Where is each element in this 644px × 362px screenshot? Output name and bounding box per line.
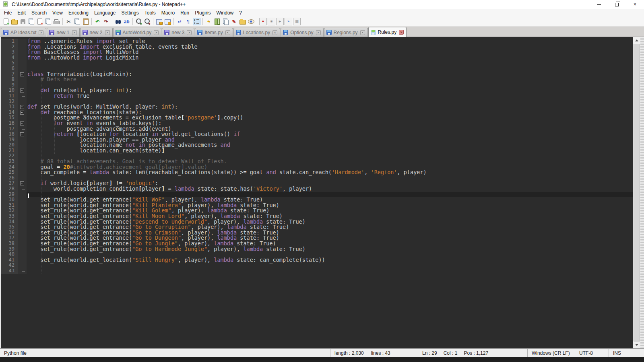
macro-run-multiple-icon[interactable]: » [285, 18, 292, 25]
find-icon[interactable] [114, 18, 122, 25]
menu-search[interactable]: Search [29, 9, 50, 17]
tab-close-icon[interactable]: × [39, 30, 43, 35]
fold-margin [18, 55, 27, 61]
show-indent-guide-icon[interactable] [193, 18, 200, 25]
word-wrap-icon[interactable]: ↵ [176, 18, 184, 25]
tab-new-3[interactable]: new 3× [162, 28, 194, 37]
show-all-characters-icon[interactable]: ¶ [184, 18, 192, 25]
monitoring-icon[interactable] [247, 18, 255, 25]
define-your-language-icon[interactable]: ✎ [230, 18, 238, 25]
tab-close-icon[interactable]: × [399, 30, 404, 35]
macro-save-icon[interactable]: ▦ [293, 18, 301, 25]
line-number: 16 [1, 121, 18, 126]
tab-new-2[interactable]: new 2× [80, 28, 113, 37]
open-file-icon[interactable] [10, 18, 18, 25]
save-icon[interactable] [19, 18, 27, 25]
tab-ap-ideas-txt[interactable]: AP Ideas.txt× [1, 28, 46, 37]
folder-as-workspace-icon[interactable] [239, 18, 246, 25]
sync-horizontal-scrolling-icon[interactable] [164, 18, 171, 25]
new-file-icon[interactable] [2, 18, 10, 25]
function-list-icon[interactable]: ϟ [205, 18, 213, 25]
scroll-down-button[interactable] [633, 341, 640, 348]
tab-close-icon[interactable]: × [187, 30, 192, 35]
code-text: set_rule(world.get_location("Still Hungr… [27, 257, 633, 263]
status-encoding[interactable]: UTF-8 [575, 349, 609, 357]
undo-icon[interactable]: ↶ [94, 18, 101, 25]
zoom-out-icon[interactable] [143, 18, 151, 25]
notepad-plus-plus-window: C:\Users\Dood\Documents\tmp\Archipelago\… [0, 0, 644, 362]
fold-collapse-box[interactable] [18, 181, 27, 186]
toolbar-separator [173, 18, 174, 25]
scroll-up-button[interactable] [633, 37, 640, 44]
tab-close-icon[interactable]: × [154, 30, 159, 35]
menu-settings[interactable]: Settings [118, 9, 141, 17]
zoom-in-icon[interactable] [135, 18, 142, 25]
menu-view[interactable]: View [50, 9, 66, 17]
tab-label: AutoWorld.py [123, 30, 152, 35]
tab-locations-py[interactable]: Locations.py× [233, 28, 280, 37]
file-saved-icon [283, 30, 288, 35]
code-text [27, 263, 633, 268]
fold-collapse-box[interactable] [18, 121, 27, 126]
tab-close-icon[interactable]: × [72, 30, 77, 35]
menu-window[interactable]: Window [214, 9, 237, 17]
fold-collapse-box[interactable] [18, 72, 27, 77]
paste-icon[interactable] [82, 18, 89, 25]
restore-button[interactable] [608, 0, 626, 9]
file-saved-icon [236, 30, 241, 35]
code-line-8: 8 # Defs here [1, 77, 633, 82]
print-icon[interactable] [53, 18, 60, 25]
tab-autoworld-py[interactable]: AutoWorld.py× [113, 28, 162, 37]
code-text: class TerrariaLogic(LogicMixin): [27, 72, 633, 77]
menu-file[interactable]: File [1, 9, 14, 17]
code-line-11: 11 return True [1, 93, 633, 99]
menu-language[interactable]: Language [91, 9, 118, 17]
tab-rules-py[interactable]: Rules.py× [368, 27, 407, 37]
document-map-icon[interactable] [213, 18, 221, 25]
menu-tools[interactable]: Tools [142, 9, 159, 17]
scrollbar-thumb[interactable] [634, 44, 640, 341]
fold-collapse-box[interactable] [18, 132, 27, 137]
tab-close-icon[interactable]: × [225, 30, 230, 35]
menu-macro[interactable]: Macro [159, 9, 178, 17]
fold-collapse-box[interactable] [18, 88, 27, 93]
macro-play-icon[interactable]: ► [276, 18, 284, 25]
redo-icon[interactable]: ↷ [102, 18, 110, 25]
tab-close-icon[interactable]: × [360, 30, 365, 35]
macro-stop-icon[interactable]: ■ [268, 18, 275, 25]
menu-encoding[interactable]: Encoding [66, 9, 91, 17]
line-number: 40 [1, 252, 18, 257]
macro-record-icon[interactable]: ● [259, 18, 267, 25]
status-insert-mode[interactable]: INS [609, 349, 644, 357]
fold-margin [18, 77, 27, 82]
file-saved-icon [3, 30, 8, 35]
menu-plugins[interactable]: Plugins [192, 9, 213, 17]
code-editor[interactable]: 1from ..generic.Rules import set_rule2fr… [0, 37, 633, 348]
vertical-scrollbar[interactable] [633, 37, 640, 348]
fold-collapse-box[interactable] [18, 110, 27, 115]
sync-vertical-scrolling-icon[interactable] [155, 18, 163, 25]
tab-close-icon[interactable]: × [272, 30, 277, 35]
fold-collapse-box[interactable] [18, 104, 27, 110]
minimize-button[interactable] [590, 0, 608, 9]
close-button[interactable]: × [626, 0, 644, 9]
menu-run[interactable]: Run [178, 9, 192, 17]
status-doc-type: Python file [0, 349, 330, 357]
document-list-icon[interactable] [222, 18, 229, 25]
tab-items-py[interactable]: Items.py× [195, 28, 233, 37]
status-eol-format[interactable]: Windows (CR LF) [527, 349, 575, 357]
copy-icon[interactable] [73, 18, 81, 25]
tab-new-1[interactable]: new 1× [47, 28, 79, 37]
menu-?[interactable]: ? [236, 9, 245, 17]
cut-icon[interactable]: ✂ [65, 18, 72, 25]
replace-icon[interactable]: ab [123, 18, 130, 25]
tab-label: Items.py [204, 30, 223, 35]
close-icon[interactable] [36, 18, 43, 25]
close-all-icon[interactable] [44, 18, 52, 25]
menu-edit[interactable]: Edit [14, 9, 29, 17]
tab-regions-py[interactable]: Regions.py× [324, 28, 368, 37]
tab-close-icon[interactable]: × [105, 30, 110, 35]
save-all-icon[interactable] [27, 18, 35, 25]
tab-close-icon[interactable]: × [316, 30, 321, 35]
tab-options-py[interactable]: Options.py× [281, 28, 323, 37]
